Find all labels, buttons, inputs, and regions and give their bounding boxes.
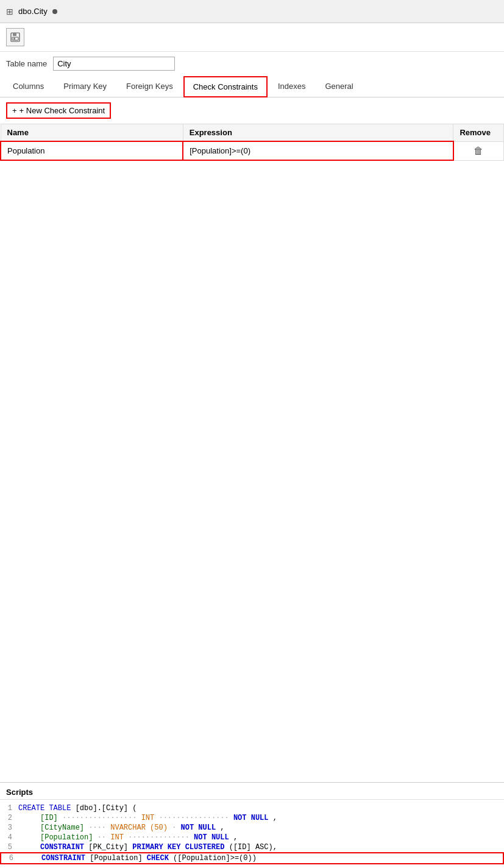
script-line-5: 5 CONSTRAINT [PK_City] PRIMARY KEY CLUST…	[0, 842, 504, 852]
script-line-6: 6 CONSTRAINT [Population] CHECK ([Popula…	[0, 852, 504, 864]
plus-icon: +	[12, 106, 17, 115]
constraint-table: Name Expression Remove Population [Popul…	[0, 124, 504, 161]
col-header-remove: Remove	[453, 124, 504, 142]
constraint-name-cell[interactable]: Population	[1, 141, 183, 160]
line-code-3: [CityName] ···· NVARCHAR (50) · NOT NULL…	[18, 824, 504, 832]
save-button[interactable]	[6, 28, 24, 46]
constraint-name-value: Population	[7, 146, 44, 155]
tab-foreign-keys[interactable]: Foreign Keys	[117, 76, 182, 97]
title-bar: ⊞ dbo.City	[0, 0, 504, 23]
line-code-2: [ID] ················· INT ·············…	[18, 814, 504, 822]
svg-rect-3	[13, 38, 15, 40]
script-line-1: 1 CREATE TABLE [dbo].[City] (	[0, 803, 504, 813]
table-row: Population [Population]>=(0) 🗑	[1, 141, 504, 160]
svg-rect-1	[13, 33, 16, 36]
script-line-3: 3 [CityName] ···· NVARCHAR (50) · NOT NU…	[0, 823, 504, 833]
col-header-expression: Expression	[183, 124, 453, 142]
tab-columns[interactable]: Columns	[4, 76, 53, 97]
tab-primary-key[interactable]: Primary Key	[54, 76, 116, 97]
line-number-1: 1	[0, 804, 18, 813]
scripts-content: 1 CREATE TABLE [dbo].[City] ( 2 [ID] ···…	[0, 800, 504, 868]
line-number-5: 5	[0, 843, 18, 852]
scripts-section: Scripts 1 CREATE TABLE [dbo].[City] ( 2 …	[0, 782, 504, 868]
toolbar	[0, 23, 504, 52]
line-number-2: 2	[0, 814, 18, 822]
constraint-remove-cell: 🗑	[453, 141, 504, 160]
new-constraint-label: + New Check Constraint	[20, 106, 105, 115]
table-icon: ⊞	[6, 7, 13, 16]
tab-general[interactable]: General	[316, 76, 362, 97]
script-line-2: 2 [ID] ················· INT ···········…	[0, 813, 504, 823]
line-code-4: [Population] ·· INT ·············· NOT N…	[18, 833, 504, 842]
line-number-6: 6	[1, 854, 20, 863]
delete-constraint-button[interactable]: 🗑	[474, 146, 483, 157]
new-check-constraint-button[interactable]: + + New Check Constraint	[6, 102, 111, 119]
line-code-6: CONSTRAINT [Population] CHECK ([Populati…	[20, 854, 503, 863]
script-line-4: 4 [Population] ·· INT ·············· NOT…	[0, 833, 504, 842]
tabs-bar: Columns Primary Key Foreign Keys Check C…	[0, 76, 504, 97]
line-number-3: 3	[0, 824, 18, 832]
scripts-header: Scripts	[0, 783, 504, 800]
tab-check-constraints[interactable]: Check Constraints	[183, 76, 268, 97]
unsaved-dot	[52, 9, 57, 14]
line-number-4: 4	[0, 833, 18, 842]
col-header-name: Name	[1, 124, 183, 142]
table-name-input[interactable]	[53, 57, 175, 71]
tab-indexes[interactable]: Indexes	[269, 76, 315, 97]
line-code-5: CONSTRAINT [PK_City] PRIMARY KEY CLUSTER…	[18, 843, 504, 852]
constraint-expression-value: [Population]>=(0)	[190, 146, 250, 155]
title-text: dbo.City	[18, 7, 48, 16]
constraint-expression-cell[interactable]: [Population]>=(0)	[183, 141, 453, 160]
table-name-row: Table name	[0, 52, 504, 76]
line-code-1: CREATE TABLE [dbo].[City] (	[18, 804, 504, 813]
table-name-label: Table name	[6, 59, 47, 68]
